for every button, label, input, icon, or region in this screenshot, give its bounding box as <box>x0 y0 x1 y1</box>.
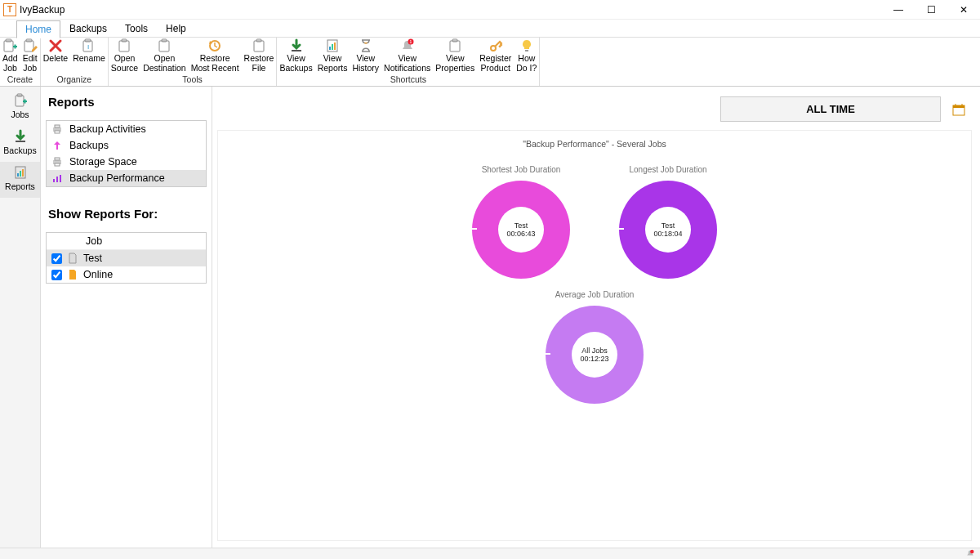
rail-reports[interactable]: Reports <box>0 162 40 198</box>
job-row-job-online[interactable]: Online <box>47 266 206 283</box>
jobs-header-label: Job <box>86 235 102 247</box>
how-do-i-button[interactable]: HowDo I? <box>514 38 539 73</box>
report-row-label: Backup Performance <box>69 172 165 184</box>
left-rail: JobsBackupsReports <box>0 87 41 548</box>
svg-point-45 <box>970 549 974 553</box>
clip-icon <box>252 38 266 53</box>
open-destination-label1: Open <box>154 54 176 64</box>
rail-jobs[interactable]: Jobs <box>0 90 40 126</box>
job-checkbox-job-online[interactable] <box>51 270 62 280</box>
ribbon-group-shortcuts: ViewBackupsViewReportsViewHistory1ViewNo… <box>277 38 540 86</box>
chart-icon <box>51 172 63 184</box>
open-source-button[interactable]: OpenSource <box>109 38 140 73</box>
view-notifications-label2: Notifications <box>384 64 430 74</box>
x-red-icon <box>48 38 63 53</box>
rail-reports-label: Reports <box>5 181 35 191</box>
clip-icon <box>448 38 462 53</box>
ribbon-group-organize: DeleteIRenameOrganize <box>41 38 109 86</box>
svg-rect-27 <box>16 141 25 142</box>
view-history-button[interactable]: ViewHistory <box>350 38 381 73</box>
view-reports-label1: View <box>323 54 342 64</box>
menu-tools[interactable]: Tools <box>116 20 157 38</box>
donut-average-label: Average Job Duration <box>555 290 635 299</box>
menu-bar: Home Backups Tools Help <box>0 20 980 38</box>
view-notifications-button[interactable]: 1ViewNotifications <box>381 38 433 73</box>
time-filter-button[interactable]: ALL TIME <box>720 96 941 122</box>
add-job-button[interactable]: AddJob <box>0 38 20 73</box>
app-title: IvyBackup <box>20 4 65 16</box>
open-destination-button[interactable]: OpenDestination <box>140 38 189 73</box>
edit-job-label2: Job <box>23 64 37 74</box>
reports-panel-title: Reports <box>46 95 207 109</box>
app-icon: T <box>3 3 16 16</box>
svg-rect-42 <box>953 105 964 108</box>
view-backups-label1: View <box>287 54 305 64</box>
report-row-storage-space[interactable]: Storage Space <box>47 154 206 170</box>
donut-longest-name: Test <box>662 221 675 230</box>
ribbon-group-label: Organize <box>57 74 92 86</box>
job-row-job-test[interactable]: Test <box>47 250 206 266</box>
svg-rect-21 <box>450 41 460 51</box>
report-row-backups-report[interactable]: Backups <box>47 137 206 154</box>
register-product-label1: Register <box>479 54 511 64</box>
plus-icon <box>2 38 17 53</box>
window-minimize[interactable]: — <box>882 0 915 20</box>
view-history-label2: History <box>352 64 379 74</box>
reports-side-panel: Reports Backup ActivitiesBackupsStorage … <box>41 87 212 548</box>
svg-rect-29 <box>17 173 19 177</box>
svg-rect-18 <box>334 42 336 50</box>
donut-longest-chart: Test 00:18:04 <box>619 181 717 279</box>
donut-shortest-chart: Test 00:06:43 <box>472 181 570 279</box>
restore-file-button[interactable]: RestoreFile <box>242 38 277 73</box>
donut-longest: Longest Job Duration Test 00:18:04 <box>619 165 717 279</box>
svg-rect-34 <box>55 131 60 133</box>
view-history-label1: View <box>356 54 375 64</box>
donut-shortest: Shortest Job Duration Test 00:06:43 <box>472 165 570 279</box>
register-product-button[interactable]: RegisterProduct <box>477 38 514 73</box>
chart-main-title: "Backup Performance" - Several Jobs <box>218 131 971 165</box>
donut-average-chart: All Jobs 00:12:23 <box>546 306 644 404</box>
window-maximize[interactable]: ☐ <box>915 0 947 20</box>
bell-badge-icon: 1 <box>400 38 415 53</box>
open-source-label2: Source <box>111 64 138 74</box>
svg-rect-7 <box>119 41 129 51</box>
notification-bell-icon[interactable] <box>965 549 975 559</box>
menu-home[interactable]: Home <box>16 20 60 38</box>
view-notifications-label1: View <box>398 54 416 64</box>
add-job-label2: Job <box>3 64 17 74</box>
report-row-backup-activities[interactable]: Backup Activities <box>47 121 206 137</box>
delete-label1: Delete <box>43 54 68 64</box>
edit-job-button[interactable]: EditJob <box>20 38 40 73</box>
view-properties-label2: Properties <box>435 64 474 74</box>
restore-icon <box>207 38 222 53</box>
calendar-icon[interactable] <box>952 103 965 116</box>
rename-icon: I <box>82 38 96 53</box>
view-reports-button[interactable]: ViewReports <box>315 38 350 73</box>
view-properties-button[interactable]: ViewProperties <box>433 38 477 73</box>
svg-rect-0 <box>4 41 13 51</box>
donut-average-value: 00:12:23 <box>580 355 608 363</box>
status-bar <box>0 548 980 559</box>
svg-rect-14 <box>292 50 301 51</box>
delete-button[interactable]: Delete <box>41 38 70 64</box>
printer-icon <box>51 123 63 135</box>
restore-recent-label1: Restore <box>200 54 230 64</box>
view-backups-button[interactable]: ViewBackups <box>277 38 314 73</box>
donut-shortest-name: Test <box>514 221 528 230</box>
svg-rect-39 <box>56 177 58 182</box>
restore-recent-button[interactable]: RestoreMost Recent <box>189 38 242 73</box>
page-grey-icon <box>67 253 78 264</box>
menu-help[interactable]: Help <box>157 20 195 38</box>
open-source-label1: Open <box>114 54 136 64</box>
open-destination-label2: Destination <box>143 64 186 74</box>
menu-backups[interactable]: Backups <box>60 20 116 38</box>
svg-rect-38 <box>53 179 55 182</box>
report-row-backup-performance[interactable]: Backup Performance <box>47 170 206 186</box>
window-close[interactable]: ✕ <box>947 0 980 20</box>
job-checkbox-job-test[interactable] <box>51 253 62 264</box>
ribbon-group-create: AddJobEditJobCreate <box>0 38 41 86</box>
view-properties-label1: View <box>446 54 465 64</box>
rail-backups[interactable]: Backups <box>0 126 40 162</box>
rename-button[interactable]: IRename <box>70 38 108 64</box>
page-orange-icon <box>67 269 78 280</box>
